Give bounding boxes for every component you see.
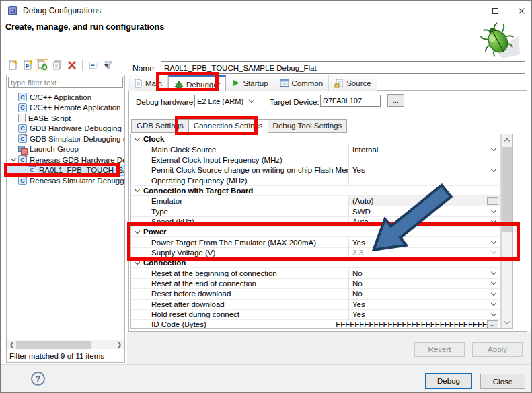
collapse-all-icon[interactable] <box>87 59 100 71</box>
revert-button[interactable]: Revert <box>414 342 465 357</box>
tab-debugger[interactable]: Debugger <box>168 75 227 91</box>
section-collapse-icon[interactable] <box>135 259 140 265</box>
settings-row[interactable]: Speed (kHz)Auto <box>131 217 500 227</box>
chevron-down-icon[interactable] <box>491 208 496 213</box>
table-vertical-scrollbar[interactable] <box>501 134 512 328</box>
scroll-left-icon[interactable]: ❮ <box>7 340 16 349</box>
setting-value[interactable]: No <box>352 279 492 288</box>
settings-row[interactable]: ID Code (Bytes)FFFFFFFFFFFFFFFFFFFFFFFFF… <box>131 320 500 329</box>
scroll-down-icon[interactable] <box>502 318 512 328</box>
browse-button[interactable]: ... <box>487 320 498 329</box>
tab-startup[interactable]: Startup <box>226 75 274 91</box>
section-collapse-icon[interactable] <box>135 228 140 234</box>
duplicate-icon[interactable] <box>50 59 63 71</box>
subtab-debug-tool-settings[interactable]: Debug Tool Settings <box>268 119 348 133</box>
new-prototype-icon[interactable]: P <box>21 59 34 71</box>
chevron-down-icon[interactable] <box>491 310 496 316</box>
chevron-down-icon[interactable] <box>491 146 496 151</box>
tree-item[interactable]: CRenesas GDB Hardware Debugg <box>7 155 124 165</box>
setting-value[interactable]: Internal <box>352 146 492 154</box>
window-close-button[interactable] <box>510 1 532 21</box>
scroll-up-icon[interactable] <box>502 134 512 144</box>
name-input[interactable] <box>161 61 525 74</box>
new-configuration-icon[interactable] <box>6 59 19 71</box>
maximize-button[interactable] <box>481 1 510 21</box>
filter-dropdown-arrow-icon[interactable] <box>104 64 108 67</box>
section-collapse-icon[interactable] <box>135 135 140 140</box>
chevron-down-icon[interactable] <box>491 279 496 285</box>
table-icon <box>280 79 289 87</box>
tree-item[interactable]: EASE Script <box>7 113 124 124</box>
setting-label: Speed (kHz) <box>151 218 194 226</box>
delete-icon[interactable] <box>65 59 78 71</box>
setting-value[interactable]: Yes <box>352 166 492 174</box>
chevron-down-icon[interactable] <box>491 290 496 296</box>
tree-item-label: GDB Simulator Debugging (RH8 <box>30 135 124 143</box>
settings-section-row[interactable]: Connection <box>131 258 500 268</box>
tab-source[interactable]: Source <box>329 75 377 91</box>
chevron-down-icon[interactable] <box>491 218 496 223</box>
debug-button[interactable]: Debug <box>425 373 472 389</box>
filter-input[interactable] <box>8 77 123 88</box>
minimize-button[interactable] <box>450 1 481 21</box>
settings-row[interactable]: Operating Frequency (MHz) <box>131 175 500 185</box>
section-collapse-icon[interactable] <box>135 187 140 192</box>
capp-icon: C <box>18 103 27 112</box>
settings-row[interactable]: Emulator(Auto)... <box>131 196 500 206</box>
setting-value[interactable]: SWD <box>352 208 492 216</box>
settings-row[interactable]: Reset at the beginning of connectionNo <box>131 268 500 278</box>
browse-button[interactable]: ... <box>487 197 498 205</box>
chevron-down-icon[interactable] <box>491 269 496 275</box>
help-button[interactable]: ? <box>31 372 45 386</box>
scrollbar-thumb[interactable] <box>16 341 91 349</box>
setting-value[interactable]: Auto <box>352 218 492 226</box>
tab-main[interactable]: Main <box>128 75 168 91</box>
setting-value[interactable]: 3.3 <box>352 249 492 257</box>
tree-item[interactable]: CRenesas Simulator Debugging ( <box>7 175 124 186</box>
tree-item[interactable]: CGDB Simulator Debugging (RH8 <box>7 134 124 144</box>
chevron-down-icon[interactable] <box>491 238 496 244</box>
debug-hardware-select[interactable]: E2 Lite (ARM) <box>194 95 256 107</box>
settings-row[interactable]: Supply Voltage (V)3.3 <box>131 248 500 258</box>
scrollbar-thumb[interactable] <box>502 147 512 232</box>
setting-label: Power <box>143 228 167 236</box>
settings-row[interactable]: Main Clock SourceInternal <box>131 144 500 155</box>
chevron-down-icon[interactable] <box>491 300 496 306</box>
setting-value[interactable]: Yes <box>352 238 492 247</box>
chevron-down-icon[interactable] <box>491 166 496 171</box>
settings-section-row[interactable]: Power <box>131 227 500 237</box>
settings-section-row[interactable]: Connection with Target Board <box>131 186 500 196</box>
close-button[interactable]: Close <box>480 374 525 389</box>
setting-label: Connection with Target Board <box>143 187 253 195</box>
setting-value[interactable]: Yes <box>352 300 492 308</box>
apply-button[interactable]: Apply <box>472 342 523 357</box>
settings-row[interactable]: Reset after downloadYes <box>131 300 500 310</box>
setting-label: Emulator <box>151 197 182 205</box>
settings-row[interactable]: Permit Clock Source change on writing on… <box>131 165 500 175</box>
setting-value[interactable]: No <box>352 269 492 277</box>
settings-row[interactable]: Power Target From The Emulator (MAX 200m… <box>131 237 500 247</box>
target-device-input[interactable] <box>320 95 381 107</box>
tree-item[interactable]: CC/C++ Application <box>7 92 124 103</box>
setting-value[interactable]: No <box>352 290 492 298</box>
setting-value[interactable]: Yes <box>352 310 492 318</box>
subtab-connection-settings[interactable]: Connection Settings <box>188 119 268 133</box>
settings-row[interactable]: Reset before downloadNo <box>131 289 500 299</box>
target-device-browse-button[interactable]: ... <box>387 94 404 107</box>
subtab-gdb-settings[interactable]: GDB Settings <box>131 119 188 133</box>
settings-row[interactable]: External Clock Input Frequency (MHz) <box>131 155 500 165</box>
scroll-right-icon[interactable]: ❯ <box>115 340 124 349</box>
expand-chevron-icon[interactable] <box>8 159 18 161</box>
setting-value[interactable]: FFFFFFFFFFFFFFFFFFFFFFFFFFFFFFFF <box>336 320 487 329</box>
settings-section-row[interactable]: Clock <box>131 134 500 144</box>
tab-common[interactable]: Common <box>274 75 330 91</box>
setting-value[interactable]: (Auto) <box>352 197 487 205</box>
settings-row[interactable]: Hold reset during connectYes <box>131 310 500 320</box>
chevron-down-icon[interactable] <box>491 249 496 254</box>
bug-icon <box>174 80 184 89</box>
tree-horizontal-scrollbar[interactable]: ❮ ❯ <box>7 340 124 349</box>
settings-row[interactable]: Reset at the end of connectionNo <box>131 279 500 289</box>
settings-row[interactable]: TypeSWD <box>131 206 500 216</box>
export-configurations-icon[interactable] <box>36 59 48 71</box>
tree-item[interactable]: CC/C++ Remote Application <box>7 103 124 114</box>
